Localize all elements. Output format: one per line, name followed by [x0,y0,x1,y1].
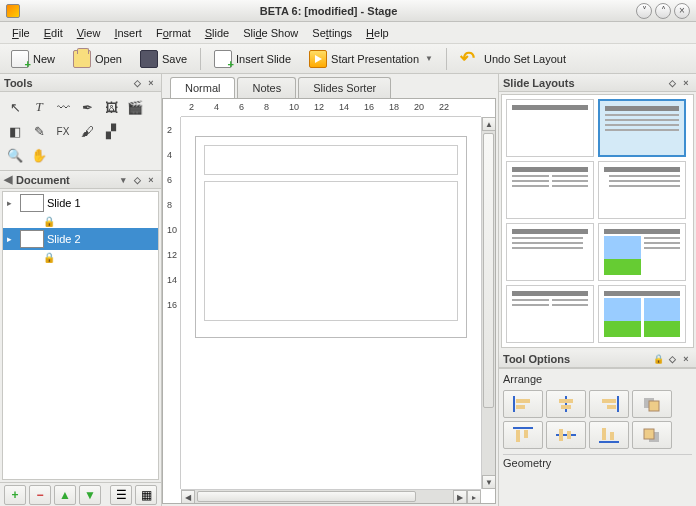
menu-view[interactable]: View [71,25,107,41]
align-center-h-button[interactable] [546,390,586,418]
new-button[interactable]: New [4,46,62,72]
fx-tool[interactable]: FX [52,120,74,142]
lock-icon[interactable]: 🔒 [652,353,664,365]
dock-float-icon[interactable]: ◇ [666,353,678,365]
pan-tool[interactable]: ✋ [28,144,50,166]
tab-notes[interactable]: Notes [237,77,296,98]
chevron-left-icon[interactable]: ◀ [4,173,12,186]
chevron-down-icon[interactable]: ▼ [425,54,433,63]
move-up-button[interactable]: ▲ [54,485,76,505]
slide-tree[interactable]: ▸ Slide 1 🔒 ▸ Slide 2 🔒 [2,191,159,480]
tree-node-slide2[interactable]: ▸ Slide 2 [3,228,158,250]
list-view-button[interactable]: ☰ [110,485,132,505]
layout-text-image[interactable] [506,285,594,343]
vertical-ruler[interactable]: 246810121416 [163,117,181,489]
align-top-button[interactable] [503,421,543,449]
svg-rect-13 [524,430,528,438]
bring-front-button[interactable] [632,390,672,418]
maximize-button[interactable]: ˄ [655,3,671,19]
svg-rect-1 [516,399,530,403]
scroll-left-button[interactable]: ◀ [181,490,195,504]
tree-node-slide1[interactable]: ▸ Slide 1 [3,192,158,214]
dock-close-icon[interactable]: × [145,174,157,186]
dock-float-icon[interactable]: ◇ [131,77,143,89]
layout-chart-text[interactable] [598,161,686,219]
zoom-tool[interactable]: 🔍 [4,144,26,166]
menu-help[interactable]: Help [360,25,395,41]
lock-icon: 🔒 [43,252,53,262]
horizontal-ruler[interactable]: 246810121416182022 [181,99,481,117]
remove-slide-button[interactable]: − [29,485,51,505]
path-tool[interactable]: 〰 [52,96,74,118]
add-slide-button[interactable]: + [4,485,26,505]
menu-edit[interactable]: Edit [38,25,69,41]
menu-slide[interactable]: Slide [199,25,235,41]
layout-title-bullets[interactable] [598,99,686,157]
dock-close-icon[interactable]: × [680,77,692,89]
calligraphy-tool[interactable]: ✒ [76,96,98,118]
clapper-tool[interactable]: 🎬 [124,96,146,118]
undo-button[interactable]: Undo Set Layout [453,46,573,72]
open-button[interactable]: Open [66,46,129,72]
menu-insert[interactable]: Insert [108,25,148,41]
svg-rect-2 [516,405,525,409]
vertical-scrollbar[interactable]: ▲ ▼ [481,117,495,489]
scroll-down-button[interactable]: ▼ [482,475,496,489]
layout-gallery [501,94,694,348]
grid-view-button[interactable]: ▦ [135,485,157,505]
pencil-tool[interactable]: ✎ [28,120,50,142]
image-tool[interactable]: 🖼 [100,96,122,118]
align-bottom-button[interactable] [589,421,629,449]
tab-normal[interactable]: Normal [170,77,235,98]
slide-canvas[interactable] [181,117,481,489]
lock-icon: 🔒 [43,216,53,226]
pattern-tool[interactable]: ▞ [100,120,122,142]
titlebar: BETA 6: [modified] - Stage ˅ ˄ × [0,0,696,22]
tools-dock-title: Tools [4,77,33,89]
text-tool[interactable]: T [28,96,50,118]
separator [200,48,201,70]
menu-settings[interactable]: Settings [306,25,358,41]
minimize-button[interactable]: ˅ [636,3,652,19]
insert-slide-icon [214,50,232,68]
insert-slide-button[interactable]: Insert Slide [207,46,298,72]
document-dock-header: ◀ Document ▾◇× [0,171,161,189]
move-down-button[interactable]: ▼ [79,485,101,505]
dock-close-icon[interactable]: × [145,77,157,89]
align-center-v-button[interactable] [546,421,586,449]
scroll-right-button[interactable]: ▶ [453,490,467,504]
pointer-tool[interactable]: ↖ [4,96,26,118]
close-button[interactable]: × [674,3,690,19]
horizontal-scrollbar[interactable]: ◀ ▶ ▸ [181,489,481,503]
title-placeholder[interactable] [204,145,458,175]
dock-float-icon[interactable]: ◇ [666,77,678,89]
menu-file[interactable]: File [6,25,36,41]
menu-format[interactable]: Format [150,25,197,41]
save-button[interactable]: Save [133,46,194,72]
align-left-button[interactable] [503,390,543,418]
brush-tool[interactable]: 🖌 [76,120,98,142]
tooloptions-dock-header: Tool Options 🔒◇× [499,350,696,368]
gradient-tool[interactable]: ◧ [4,120,26,142]
layout-blank[interactable] [506,99,594,157]
expand-icon[interactable]: ▸ [7,234,17,244]
dock-menu-icon[interactable]: ▾ [117,174,129,186]
document-footer: + − ▲ ▼ ☰ ▦ [0,482,161,506]
content-placeholder[interactable] [204,181,458,321]
scroll-up-button[interactable]: ▲ [482,117,496,131]
layout-two-image[interactable] [598,285,686,343]
expand-icon[interactable]: ▸ [7,198,17,208]
layout-text-chart[interactable] [506,223,594,281]
align-right-button[interactable] [589,390,629,418]
dock-float-icon[interactable]: ◇ [131,174,143,186]
arrange-label: Arrange [503,371,692,387]
send-back-button[interactable] [632,421,672,449]
dock-close-icon[interactable]: × [680,353,692,365]
menu-slideshow[interactable]: Slide Show [237,25,304,41]
scroll-end-button[interactable]: ▸ [467,490,481,504]
tab-sorter[interactable]: Slides Sorter [298,77,391,98]
layout-two-col-text[interactable] [506,161,594,219]
layout-image-text[interactable] [598,223,686,281]
slide-page[interactable] [196,137,466,337]
start-presentation-button[interactable]: Start Presentation▼ [302,46,440,72]
